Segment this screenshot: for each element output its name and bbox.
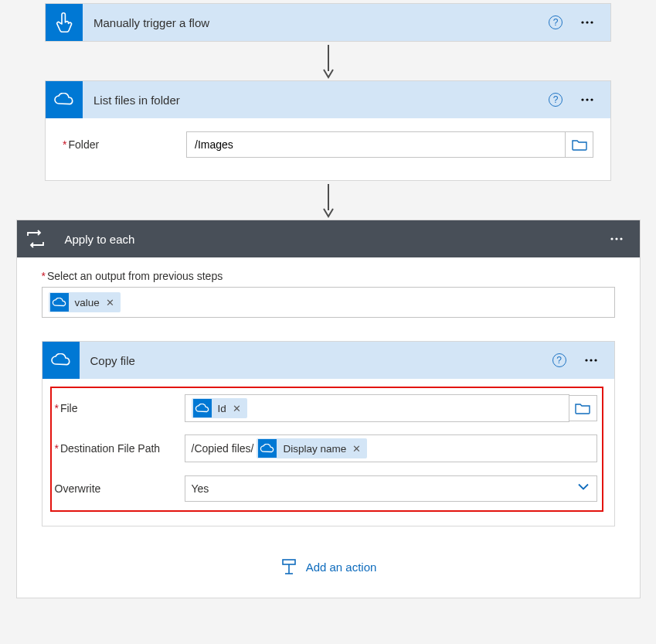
svg-point-11 <box>585 359 587 361</box>
add-action-label: Add an action <box>306 561 377 574</box>
id-token: Id ✕ <box>192 398 247 418</box>
apply-to-each-title: Apply to each <box>54 233 606 246</box>
list-files-header: List files in folder ? <box>46 81 610 118</box>
folder-input[interactable] <box>186 131 566 158</box>
apply-to-each-step[interactable]: Apply to each *Select an output from pre… <box>16 220 641 598</box>
loop-icon <box>17 220 54 257</box>
svg-point-6 <box>590 98 593 101</box>
file-picker-button[interactable] <box>569 395 597 421</box>
trigger-step[interactable]: Manually trigger a flow ? <box>45 3 611 42</box>
folder-icon <box>572 138 587 151</box>
dest-path-prefix: /Copied files/ <box>192 442 254 455</box>
trigger-header: Manually trigger a flow ? <box>46 4 610 41</box>
folder-icon <box>575 402 590 414</box>
more-menu-icon[interactable] <box>576 12 598 33</box>
svg-point-5 <box>586 98 588 101</box>
remove-token-icon[interactable]: ✕ <box>106 297 114 308</box>
overwrite-value: Yes <box>192 482 209 495</box>
display-name-token: Display name ✕ <box>257 438 367 458</box>
svg-point-8 <box>610 237 613 240</box>
file-input[interactable]: Id ✕ <box>185 394 569 422</box>
onedrive-icon <box>193 399 212 417</box>
select-output-input[interactable]: value ✕ <box>42 287 615 318</box>
value-token: value ✕ <box>49 292 121 312</box>
folder-label: *Folder <box>63 138 186 151</box>
copy-file-step[interactable]: Copy file ? *File <box>42 341 615 526</box>
more-menu-icon[interactable] <box>580 349 602 371</box>
trigger-title: Manually trigger a flow <box>83 16 549 29</box>
svg-point-12 <box>590 359 592 361</box>
remove-token-icon[interactable]: ✕ <box>233 403 241 414</box>
more-menu-icon[interactable] <box>576 89 598 111</box>
svg-point-10 <box>620 237 622 240</box>
onedrive-icon <box>258 439 277 458</box>
connector-arrow-icon <box>0 181 656 220</box>
manual-trigger-icon <box>46 4 83 41</box>
list-files-title: List files in folder <box>83 94 549 107</box>
chevron-down-icon <box>576 480 590 498</box>
help-icon[interactable]: ? <box>549 15 563 29</box>
help-icon[interactable]: ? <box>552 353 566 367</box>
dest-path-label: *Destination File Path <box>55 442 185 455</box>
connector-arrow-icon <box>0 42 656 80</box>
add-action-button[interactable]: Add an action <box>42 557 615 576</box>
copy-file-title: Copy file <box>80 354 552 367</box>
onedrive-icon <box>50 293 69 312</box>
svg-point-9 <box>615 237 617 240</box>
copy-file-header: Copy file ? <box>42 342 614 379</box>
onedrive-icon <box>42 342 80 379</box>
list-files-step[interactable]: List files in folder ? *Folder <box>45 80 611 181</box>
svg-point-13 <box>594 359 597 361</box>
svg-point-0 <box>581 21 583 23</box>
select-output-label: *Select an output from previous steps <box>42 270 615 282</box>
apply-to-each-header: Apply to each <box>17 220 640 257</box>
remove-token-icon[interactable]: ✕ <box>352 443 361 455</box>
svg-point-2 <box>590 21 593 23</box>
onedrive-icon <box>46 81 83 118</box>
help-icon[interactable]: ? <box>549 93 563 107</box>
folder-picker-button[interactable] <box>566 131 593 158</box>
overwrite-label: Overwrite <box>55 482 185 495</box>
svg-rect-14 <box>283 560 295 564</box>
add-action-icon <box>280 557 298 576</box>
svg-point-1 <box>586 21 588 23</box>
overwrite-dropdown[interactable]: Yes <box>185 475 597 502</box>
more-menu-icon[interactable] <box>606 228 627 250</box>
file-label: *File <box>55 402 185 414</box>
dest-path-input[interactable]: /Copied files/ Display name ✕ <box>185 434 597 462</box>
highlight-box: *File Id ✕ <box>50 387 603 512</box>
svg-point-4 <box>581 98 583 101</box>
